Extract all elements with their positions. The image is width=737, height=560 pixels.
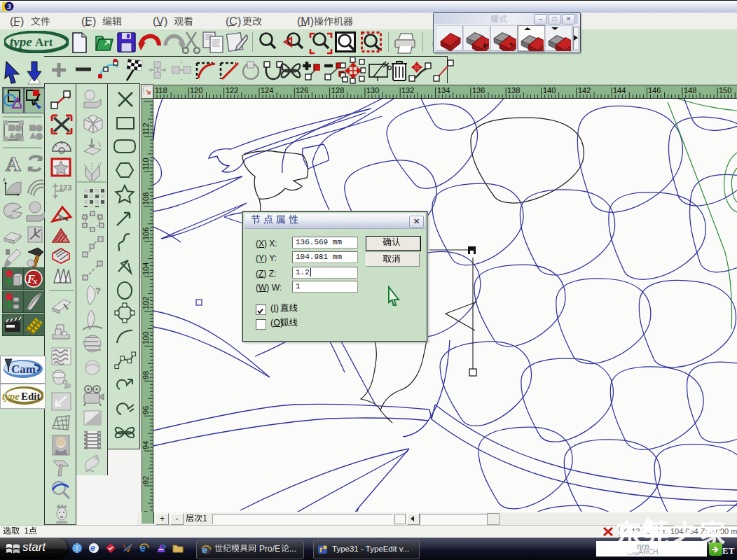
svg-text:-: - [509, 37, 513, 49]
svg-text:+: + [482, 40, 488, 50]
svg-text:138: 138 [507, 86, 520, 94]
svg-text:148: 148 [684, 86, 696, 94]
svg-text:126: 126 [296, 86, 308, 94]
svg-text:◡ₒₐARCH: ◡ₒₐARCH [627, 548, 659, 556]
svg-text:136: 136 [472, 86, 485, 94]
svg-text:146: 146 [648, 86, 661, 94]
svg-text:104: 104 [142, 262, 150, 275]
svg-text:124: 124 [261, 86, 273, 94]
svg-text:z: z [3, 176, 6, 183]
svg-text:92: 92 [142, 476, 150, 484]
svg-text:Edit: Edit [21, 391, 41, 402]
svg-text:102: 102 [142, 297, 150, 309]
svg-text:108: 108 [142, 192, 150, 205]
svg-text:type: type [2, 391, 20, 402]
svg-text:120: 120 [190, 86, 202, 94]
svg-text:100: 100 [142, 332, 150, 344]
svg-text:106: 106 [142, 227, 150, 240]
svg-text:128: 128 [331, 86, 344, 94]
svg-text:x: x [32, 276, 38, 286]
svg-text:123: 123 [59, 183, 71, 192]
svg-text:134: 134 [437, 86, 450, 94]
svg-text:94: 94 [142, 441, 150, 449]
svg-text:112: 112 [142, 122, 150, 135]
svg-text:Cam: Cam [11, 363, 36, 376]
svg-text:142: 142 [578, 86, 591, 94]
svg-text:132: 132 [401, 86, 414, 94]
svg-text:150: 150 [719, 86, 731, 94]
svg-text:?: ? [95, 286, 101, 296]
svg-text:type: type [10, 34, 32, 49]
svg-text:Art: Art [35, 36, 53, 49]
svg-text:98: 98 [142, 371, 150, 379]
svg-text:144: 144 [613, 86, 626, 94]
svg-text:e: e [90, 543, 95, 553]
svg-text:122: 122 [226, 86, 238, 94]
svg-text:140: 140 [543, 86, 556, 94]
svg-text:110: 110 [142, 158, 150, 170]
svg-text:96: 96 [142, 406, 150, 414]
svg-text:3: 3 [7, 3, 11, 10]
svg-text:A: A [6, 152, 21, 175]
svg-text:130: 130 [366, 86, 379, 94]
svg-text:118: 118 [155, 86, 167, 94]
